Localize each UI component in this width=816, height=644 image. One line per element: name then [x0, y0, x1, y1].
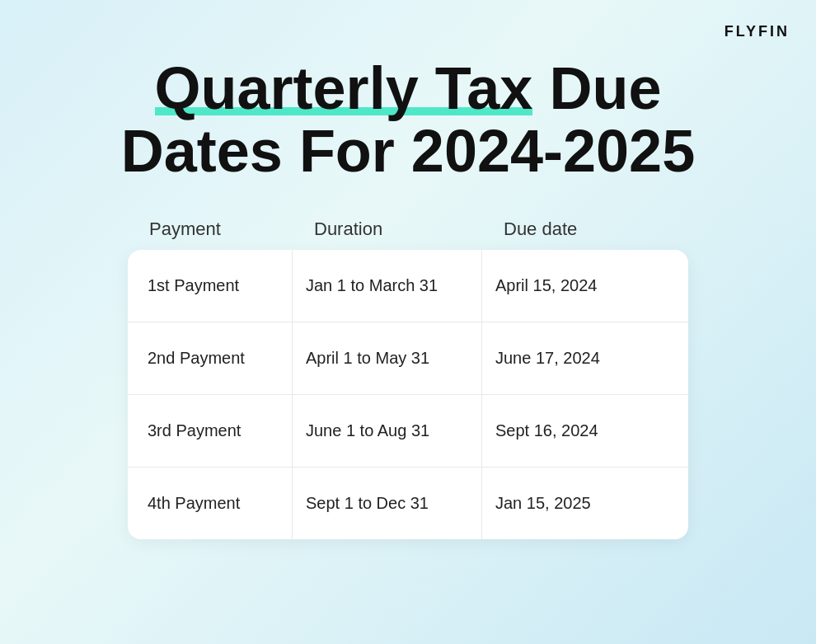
title-line1: Quarterly Tax Due: [155, 55, 662, 123]
table-row: 4th PaymentSept 1 to Dec 31Jan 15, 2025: [128, 468, 688, 539]
header-due-date: Due date: [490, 212, 655, 247]
duration-cell: Sept 1 to Dec 31: [293, 468, 482, 539]
due-date-cell: June 17, 2024: [482, 322, 647, 394]
due-date-cell: April 15, 2024: [482, 250, 647, 322]
table-row: 2nd PaymentApril 1 to May 31June 17, 202…: [128, 322, 688, 395]
table-body: 1st PaymentJan 1 to March 31April 15, 20…: [128, 250, 688, 539]
due-date-cell: Jan 15, 2025: [482, 468, 647, 539]
title-highlight: Quarterly Tax: [155, 55, 533, 123]
duration-cell: April 1 to May 31: [293, 322, 482, 394]
title-line2: Dates For 2024-2025: [121, 120, 695, 183]
table-row: 1st PaymentJan 1 to March 31April 15, 20…: [128, 250, 688, 322]
payment-cell: 3rd Payment: [128, 395, 293, 467]
due-date-cell: Sept 16, 2024: [482, 395, 647, 467]
header-payment: Payment: [136, 212, 301, 247]
table-container: Payment Duration Due date 1st PaymentJan…: [128, 212, 688, 539]
header-duration: Duration: [301, 212, 490, 247]
logo: FLYFIN: [725, 23, 790, 40]
table-header: Payment Duration Due date: [128, 212, 688, 247]
payment-cell: 1st Payment: [128, 250, 293, 322]
title-part2: Due: [532, 55, 661, 121]
duration-cell: Jan 1 to March 31: [293, 250, 482, 322]
payment-cell: 2nd Payment: [128, 322, 293, 394]
duration-cell: June 1 to Aug 31: [293, 395, 482, 467]
payment-cell: 4th Payment: [128, 468, 293, 539]
title-container: Quarterly Tax Due Dates For 2024-2025: [121, 58, 695, 182]
table-row: 3rd PaymentJune 1 to Aug 31Sept 16, 2024: [128, 395, 688, 468]
